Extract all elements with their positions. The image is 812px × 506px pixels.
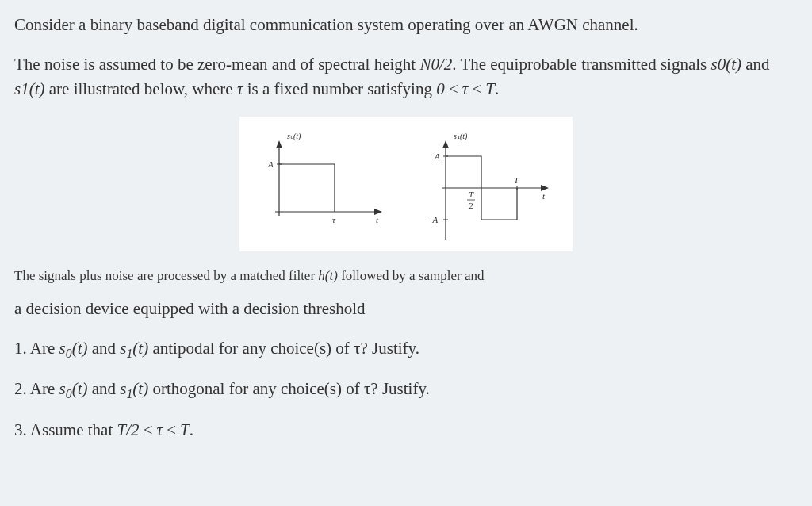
var-n02: N0/2 <box>419 55 452 74</box>
label-A-right: A <box>434 151 440 161</box>
label-tau-left: τ <box>332 215 336 224</box>
label-t-left: t <box>376 215 379 224</box>
plot-s0: s₀(t) A τ t <box>255 125 390 243</box>
plot-s0-svg: s₀(t) A τ t <box>255 125 390 243</box>
var-ht: h(t) <box>318 268 338 283</box>
var-s0: s0(t) <box>59 379 88 398</box>
svg-marker-1 <box>276 140 282 148</box>
svg-marker-6 <box>442 140 449 148</box>
plot-s1-title: s₁(t) <box>454 132 468 141</box>
text: and <box>87 339 120 358</box>
plot-s1-svg: s₁(t) A −A T t T 2 <box>422 125 557 243</box>
var-s1: s1(t) <box>120 339 148 358</box>
text: 1. Are <box>14 339 59 358</box>
signal-diagram: s₀(t) A τ t <box>14 117 798 251</box>
var-s0t: s0(t) <box>710 55 741 74</box>
text: The signals plus noise are processed by … <box>14 268 318 283</box>
text: 3. Assume that <box>14 420 117 439</box>
text: The noise is assumed to be zero-mean and… <box>14 55 419 74</box>
question-1: 1. Are s0(t) and s1(t) antipodal for any… <box>14 336 798 363</box>
plot-s1: s₁(t) A −A T t T 2 <box>422 125 557 243</box>
paragraph-matched-filter: The signals plus noise are processed by … <box>14 266 798 286</box>
paragraph-decision: a decision device equipped with a decisi… <box>14 297 798 322</box>
var-s1t: s1(t) <box>14 79 45 98</box>
question-2: 2. Are s0(t) and s1(t) orthogonal for an… <box>14 377 798 404</box>
paragraph-setup: The noise is assumed to be zero-mean and… <box>14 52 798 102</box>
text: . <box>495 79 499 98</box>
text: are illustrated below, where <box>45 79 237 98</box>
text: and <box>741 55 770 74</box>
var-range: 0 ≤ τ ≤ T <box>436 79 495 98</box>
text: antipodal for any choice(s) of τ? Justif… <box>148 339 419 358</box>
text: Consider a binary baseband digital commu… <box>14 15 638 34</box>
label-negA-right: −A <box>427 215 438 224</box>
text: orthogonal for any choice(s) of τ? Justi… <box>148 379 430 398</box>
label-t-right: t <box>542 191 546 201</box>
label-T-right: T <box>514 175 519 185</box>
text: and <box>87 379 120 398</box>
plot-s0-title: s₀(t) <box>287 132 301 141</box>
text: is a fixed number satisfying <box>243 79 436 98</box>
text: a decision device equipped with a decisi… <box>14 299 366 318</box>
text: followed by a sampler and <box>338 268 485 283</box>
text: 2. Are <box>14 379 59 398</box>
var-s0: s0(t) <box>59 339 88 358</box>
var-s1: s1(t) <box>120 379 148 398</box>
text: . <box>190 420 193 439</box>
svg-marker-8 <box>541 185 549 191</box>
text: . The equiprobable transmitted signals <box>452 55 710 74</box>
label-A-left: A <box>267 159 274 169</box>
var-range: T/2 ≤ τ ≤ T <box>117 420 190 439</box>
label-T2-bot: 2 <box>469 201 473 210</box>
svg-marker-3 <box>374 209 382 215</box>
diagram-whitebox: s₀(t) A τ t <box>239 117 573 251</box>
question-3: 3. Assume that T/2 ≤ τ ≤ T. <box>14 418 798 443</box>
paragraph-intro: Consider a binary baseband digital commu… <box>14 13 798 38</box>
label-T2-top: T <box>469 190 474 199</box>
